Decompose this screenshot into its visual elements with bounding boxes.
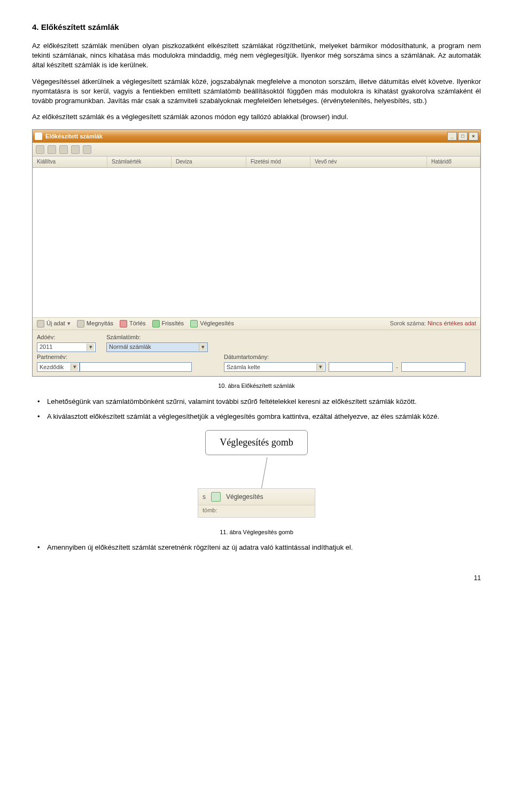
- paragraph: Végegesítéssel átkerülnek a véglegesítet…: [32, 77, 481, 106]
- maximize-button[interactable]: □: [458, 132, 468, 140]
- invoiceblock-value: Normál számlák: [109, 343, 151, 351]
- callout-label: Véglegesítés gomb: [205, 430, 307, 455]
- taxyear-select[interactable]: 2011 ▾: [37, 342, 96, 352]
- new-button[interactable]: Új adat ▾: [37, 319, 71, 327]
- date-from-input[interactable]: [329, 362, 393, 372]
- column-header-kiallitva[interactable]: Kiállítva: [33, 157, 107, 167]
- callout-connector: [256, 457, 257, 489]
- new-icon: [37, 320, 44, 327]
- column-header-szamlaertek[interactable]: Számlaérték: [107, 157, 172, 167]
- toolbar-icon[interactable]: [48, 145, 56, 154]
- titlebar: Előkészített számlák _ □ ×: [33, 130, 480, 143]
- taxyear-value: 2011: [40, 343, 52, 351]
- close-button[interactable]: ×: [469, 132, 478, 140]
- partner-mode-value: Kezdődik: [40, 363, 64, 371]
- action-bar: Új adat ▾ Megnyitás Törlés Frissítés Vég…: [33, 317, 480, 330]
- toolbar-icon[interactable]: [59, 145, 68, 154]
- app-icon: [35, 132, 42, 140]
- delete-icon: [120, 320, 127, 327]
- grid-body-empty: [33, 168, 480, 317]
- paragraph: Az előkészített számlák menüben olyan pi…: [32, 41, 481, 71]
- table-header-row: Kiállítva Számlaérték Deviza Fizetési mó…: [33, 157, 480, 168]
- delete-label: Törlés: [129, 319, 146, 327]
- date-range-dash: -: [393, 363, 401, 371]
- chevron-down-icon: ▾: [316, 363, 324, 371]
- window-title: Előkészített számlák: [45, 132, 103, 140]
- refresh-button[interactable]: Frissítés: [152, 319, 184, 327]
- partner-mode-select[interactable]: Kezdődik ▾: [37, 362, 80, 372]
- datefield-select[interactable]: Számla kelte ▾: [224, 362, 325, 372]
- datefield-value: Számla kelte: [227, 363, 260, 371]
- callout-figure: Véglegesítés gomb s Véglegesítés tömb:: [32, 430, 481, 518]
- column-header-vevo[interactable]: Vevő név: [310, 157, 427, 167]
- section-heading: 4. Előkészített számlák: [32, 21, 481, 33]
- window-controls: _ □ ×: [447, 132, 478, 140]
- partner-input[interactable]: [80, 362, 192, 372]
- new-label: Új adat: [46, 319, 65, 327]
- chevron-down-icon: ▾: [71, 363, 78, 371]
- list-item: Amennyiben új előkészített számlát szere…: [32, 543, 481, 552]
- date-to-input[interactable]: [401, 362, 465, 372]
- chevron-down-icon: ▾: [87, 343, 94, 351]
- finalize-button[interactable]: Véglegesítés: [190, 319, 234, 327]
- finalize-button-crop: s Véglegesítés tömb:: [198, 488, 315, 517]
- paragraph: Az előkészített számlák és a véglegesíte…: [32, 112, 481, 122]
- figure-caption: 11. ábra Véglegesítés gomb: [32, 528, 481, 536]
- open-label: Megnyitás: [87, 319, 113, 327]
- row-count-label: Sorok száma:: [390, 320, 426, 326]
- delete-button[interactable]: Törlés: [120, 319, 146, 327]
- dropdown-arrow-icon[interactable]: ▾: [67, 319, 71, 327]
- bullet-list: Amennyiben új előkészített számlát szere…: [32, 543, 481, 552]
- figure-caption: 10. ábra Előkészített számlák: [32, 382, 481, 390]
- refresh-icon: [152, 320, 160, 327]
- column-header-hatarido[interactable]: Határidő: [427, 157, 480, 167]
- top-toolbar: [33, 143, 480, 157]
- finalize-icon: [211, 492, 221, 502]
- row-count-value: Nincs értékes adat: [428, 320, 476, 326]
- invoiceblock-label: Számlatömb:: [106, 333, 208, 341]
- finalize-label: Véglegesítés: [226, 493, 263, 502]
- bullet-list: Lehetőségünk van számlatömbönként szűrni…: [32, 397, 481, 421]
- toolbar-icon[interactable]: [71, 145, 80, 154]
- refresh-label: Frissítés: [162, 319, 184, 327]
- invoiceblock-select[interactable]: Normál számlák ▾: [106, 342, 208, 352]
- finalize-label: Véglegesítés: [200, 319, 234, 327]
- crop-sub: tömb:: [198, 505, 315, 517]
- toolbar-icon[interactable]: [36, 145, 44, 154]
- row-count: Sorok száma: Nincs értékes adat: [390, 319, 476, 327]
- column-header-fizmod[interactable]: Fizetési mód: [246, 157, 310, 167]
- chevron-down-icon: ▾: [199, 343, 206, 351]
- svg-line-0: [261, 457, 267, 493]
- minimize-button[interactable]: _: [447, 132, 457, 140]
- taxyear-label: Adóév:: [37, 333, 96, 341]
- page-number: 11: [32, 574, 481, 583]
- list-item: A kiválasztott előkészített számlát a vé…: [32, 412, 481, 421]
- partner-label: Partnernév:: [37, 353, 192, 361]
- list-item: Lehetőségünk van számlatömbönként szűrni…: [32, 397, 481, 407]
- column-header-deviza[interactable]: Deviza: [172, 157, 246, 167]
- filter-bar: Adóév: 2011 ▾ Számlatömb: Normál számlák…: [33, 330, 480, 377]
- app-window: Előkészített számlák _ □ × Kiállítva Szá…: [32, 129, 481, 377]
- toolbar-icon[interactable]: [83, 145, 91, 154]
- crop-letter: s: [203, 493, 206, 502]
- finalize-icon: [190, 320, 198, 327]
- daterange-label: Dátumtartomány:: [224, 353, 465, 361]
- open-icon: [77, 320, 84, 327]
- open-button[interactable]: Megnyitás: [77, 319, 113, 327]
